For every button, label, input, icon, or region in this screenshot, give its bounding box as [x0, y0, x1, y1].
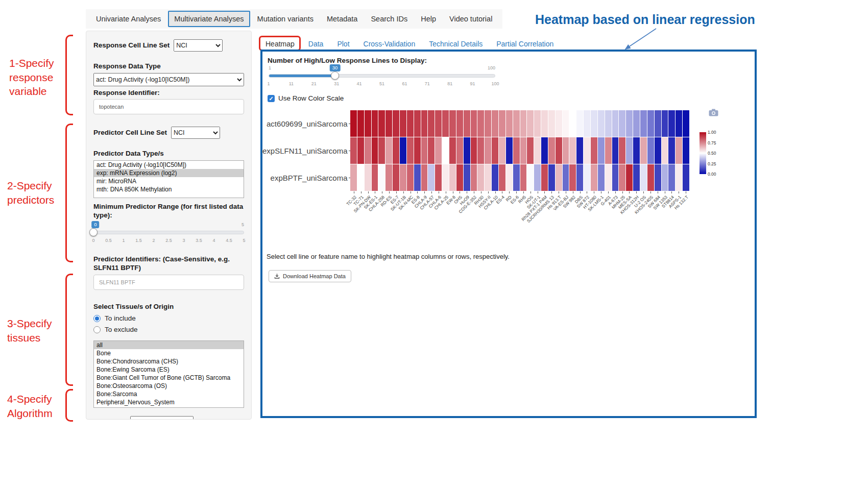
- heatmap-cell[interactable]: [612, 137, 619, 164]
- heatmap-cell[interactable]: [499, 137, 505, 164]
- nav-item-search-ids[interactable]: Search IDs: [365, 11, 414, 27]
- heatmap-cell[interactable]: [584, 137, 590, 164]
- heatmap-cell[interactable]: [683, 137, 689, 164]
- heatmap-cell[interactable]: [477, 110, 484, 137]
- list-item[interactable]: act: Drug Activity (-log10[IC50M]): [94, 161, 244, 169]
- list-item[interactable]: Bone:Giant Cell Tumor of Bone (GCTB) Sar…: [94, 374, 244, 382]
- heatmap-cell[interactable]: [400, 110, 406, 137]
- heatmap-cell[interactable]: [569, 137, 576, 164]
- heatmap-row-label[interactable]: expBPTF_uniSarcoma: [262, 164, 351, 191]
- list-item[interactable]: Bone:Chondrosarcoma (CHS): [94, 357, 244, 365]
- heatmap-cell[interactable]: [576, 110, 583, 137]
- heatmap-cell[interactable]: [619, 110, 625, 137]
- heatmap-cell[interactable]: [393, 164, 399, 191]
- list-item[interactable]: Bone: [94, 349, 244, 357]
- heatmap-cell[interactable]: [456, 110, 463, 137]
- heatmap-cell[interactable]: [563, 110, 569, 137]
- heatmap-cell[interactable]: [442, 137, 449, 164]
- heatmap-cell[interactable]: [357, 110, 364, 137]
- heatmap-cell[interactable]: [350, 137, 357, 164]
- heatmap-cell[interactable]: [365, 110, 371, 137]
- heatmap-cell[interactable]: [513, 164, 520, 191]
- heatmap-cell[interactable]: [442, 164, 449, 191]
- heatmap-cell[interactable]: [385, 137, 392, 164]
- heatmap-cell[interactable]: [513, 110, 520, 137]
- nav-item-multivariate-analyses[interactable]: Multivariate Analyses: [168, 11, 250, 27]
- heatmap-cell[interactable]: [435, 164, 442, 191]
- heatmap-cell[interactable]: [378, 164, 385, 191]
- tab-heatmap[interactable]: Heatmap: [266, 40, 295, 48]
- heatmap-cell[interactable]: [485, 110, 491, 137]
- heatmap-cell[interactable]: [414, 164, 421, 191]
- heatmap-cell[interactable]: [492, 164, 498, 191]
- heatmap-cell[interactable]: [534, 110, 541, 137]
- heatmap-cell[interactable]: [471, 137, 477, 164]
- heatmap-cell[interactable]: [428, 137, 435, 164]
- list-item[interactable]: Bone:Ewing Sarcoma (ES): [94, 365, 244, 374]
- heatmap-cell[interactable]: [400, 137, 406, 164]
- list-item[interactable]: Peripheral_Nervous_System: [94, 398, 244, 406]
- slider-handle[interactable]: [331, 71, 339, 80]
- nav-item-mutation-variants[interactable]: Mutation variants: [251, 11, 320, 27]
- heatmap-row-label[interactable]: expSLFN11_uniSarcoma: [262, 137, 351, 164]
- heatmap-cell[interactable]: [683, 110, 689, 137]
- heatmap-cell[interactable]: [676, 137, 682, 164]
- tissues-listbox[interactable]: allBoneBone:Chondrosarcoma (CHS)Bone:Ewi…: [93, 340, 244, 408]
- heatmap-cell[interactable]: [647, 164, 654, 191]
- camera-icon[interactable]: [709, 109, 718, 118]
- heatmap-cell[interactable]: [556, 137, 562, 164]
- heatmap-cell[interactable]: [372, 110, 378, 137]
- slider-track[interactable]: [93, 231, 244, 234]
- list-item[interactable]: all: [94, 341, 244, 349]
- lines-slider[interactable]: 1 100 30 1112131415161718191100: [269, 65, 495, 93]
- heatmap-cell[interactable]: [477, 137, 484, 164]
- heatmap-cell[interactable]: [520, 137, 527, 164]
- download-heatmap-data-button[interactable]: Download Heatmap Data: [269, 270, 351, 282]
- heatmap-cell[interactable]: [350, 110, 357, 137]
- heatmap-cell[interactable]: [385, 110, 392, 137]
- heatmap-cell[interactable]: [435, 110, 442, 137]
- heatmap-cell[interactable]: [668, 137, 675, 164]
- heatmap-cell[interactable]: [576, 137, 583, 164]
- heatmap-cell[interactable]: [619, 137, 625, 164]
- heatmap-cell[interactable]: [612, 110, 619, 137]
- heatmap-cell[interactable]: [584, 164, 590, 191]
- heatmap-cell[interactable]: [477, 164, 484, 191]
- heatmap-cell[interactable]: [449, 110, 456, 137]
- heatmap-cell[interactable]: [428, 110, 435, 137]
- heatmap-cell[interactable]: [640, 110, 647, 137]
- heatmap-cell[interactable]: [612, 164, 619, 191]
- heatmap-cell[interactable]: [393, 137, 399, 164]
- heatmap-cell[interactable]: [407, 110, 414, 137]
- heatmap-cell[interactable]: [527, 137, 534, 164]
- list-item[interactable]: Bone:Osteosarcoma (OS): [94, 382, 244, 390]
- heatmap-cell[interactable]: [633, 110, 640, 137]
- tab-plot[interactable]: Plot: [337, 40, 349, 48]
- heatmap-cell[interactable]: [626, 137, 633, 164]
- heatmap-cell[interactable]: [464, 164, 470, 191]
- heatmap-cell[interactable]: [449, 164, 456, 191]
- heatmap-cell[interactable]: [676, 164, 682, 191]
- heatmap-cell[interactable]: [598, 137, 605, 164]
- heatmap-cell[interactable]: [393, 110, 399, 137]
- heatmap-cell[interactable]: [378, 137, 385, 164]
- heatmap-cell[interactable]: [421, 110, 428, 137]
- heatmap-cell[interactable]: [668, 110, 675, 137]
- heatmap-cell[interactable]: [357, 164, 364, 191]
- nav-item-metadata[interactable]: Metadata: [321, 11, 364, 27]
- heatmap-cell[interactable]: [556, 110, 562, 137]
- response-identifier-input[interactable]: [93, 99, 244, 114]
- slider-handle[interactable]: [89, 228, 98, 236]
- heatmap-cell[interactable]: [527, 110, 534, 137]
- heatmap-cell[interactable]: [456, 164, 463, 191]
- heatmap-cell[interactable]: [591, 110, 597, 137]
- heatmap-cell[interactable]: [598, 110, 605, 137]
- heatmap-cell[interactable]: [640, 137, 647, 164]
- list-item[interactable]: mth: DNA 850K Methylation: [94, 185, 244, 193]
- nav-item-video-tutorial[interactable]: Video tutorial: [443, 11, 498, 27]
- heatmap-cell[interactable]: [365, 137, 371, 164]
- heatmap-cell[interactable]: [350, 164, 357, 191]
- heatmap-cell[interactable]: [534, 164, 541, 191]
- heatmap-cell[interactable]: [372, 137, 378, 164]
- heatmap-row-label[interactable]: act609699_uniSarcoma: [262, 110, 351, 137]
